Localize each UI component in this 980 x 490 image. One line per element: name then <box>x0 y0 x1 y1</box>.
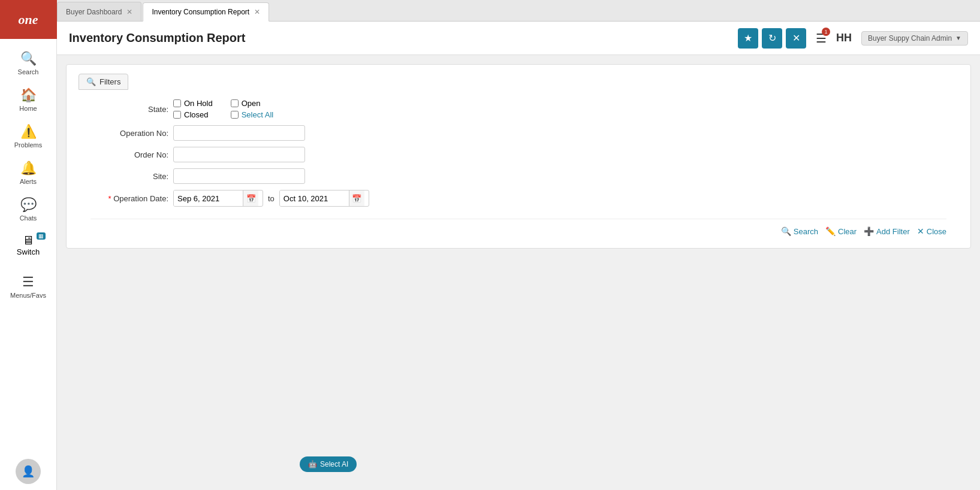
operation-date-row: Operation Date: 📅 to 📅 <box>91 190 946 207</box>
main-area: Buyer Dashboard ✕ Inventory Consumption … <box>57 0 980 490</box>
sidebar-item-search-label: Search <box>18 68 39 75</box>
header-actions: ★ ↻ ✕ ☰ 1 HH Buyer Suppy Chain Admin ▼ <box>738 28 968 49</box>
operation-no-label: Operation No: <box>91 129 168 138</box>
filter-tab[interactable]: 🔍 Filters <box>79 74 128 90</box>
state-row: State: On Hold Closed <box>91 99 946 119</box>
sidebar-item-switch-label: Switch <box>17 247 40 256</box>
open-row: Open <box>231 99 273 108</box>
filter-tab-label: Filters <box>99 77 120 86</box>
switch-icon: 🖥 <box>22 234 34 247</box>
order-no-input[interactable] <box>173 147 305 162</box>
on-hold-label: On Hold <box>184 99 213 108</box>
closed-checkbox[interactable] <box>173 111 181 119</box>
page-title: Inventory Consumption Report <box>69 31 738 45</box>
site-input[interactable] <box>173 168 305 184</box>
sidebar-item-chats-label: Chats <box>20 214 37 222</box>
sidebar-item-alerts[interactable]: 🔔 Alerts <box>0 155 56 191</box>
state-label: State: <box>91 105 168 114</box>
select-all-checkbox[interactable] <box>231 111 239 119</box>
favorite-button[interactable]: ★ <box>738 28 758 49</box>
refresh-icon: ↻ <box>768 32 776 44</box>
date-to-wrapper: 📅 <box>279 190 369 207</box>
user-avatar[interactable]: 👤 <box>16 459 41 484</box>
chat-icon: 💬 <box>20 197 37 213</box>
tab-buyer-dashboard[interactable]: Buyer Dashboard ✕ <box>57 2 141 21</box>
search-action-icon: 🔍 <box>781 226 791 236</box>
calendar-to-icon[interactable]: 📅 <box>349 190 364 206</box>
order-no-label: Order No: <box>91 150 168 159</box>
clear-action-link[interactable]: ✏️ Clear <box>825 226 857 236</box>
site-row: Site: <box>91 168 946 184</box>
add-filter-label: Add Filter <box>876 227 910 236</box>
sidebar-item-alerts-label: Alerts <box>20 178 37 185</box>
sidebar-item-search[interactable]: 🔍 Search <box>0 45 56 81</box>
select-ai-button[interactable]: 🤖 Select AI <box>300 456 357 472</box>
date-from-wrapper: 📅 <box>173 190 263 207</box>
close-report-button[interactable]: ✕ <box>786 28 806 49</box>
sidebar-item-home[interactable]: 🏠 Home <box>0 81 56 118</box>
add-icon: ➕ <box>864 226 874 236</box>
clear-action-label: Clear <box>838 227 857 236</box>
ai-label: Select AI <box>320 460 348 468</box>
close-icon: ✕ <box>792 32 800 44</box>
order-no-row: Order No: <box>91 147 946 162</box>
tab-inventory-report[interactable]: Inventory Consumption Report ✕ <box>143 2 269 22</box>
close-filter-label: Close <box>927 227 946 236</box>
closed-row: Closed <box>173 110 213 119</box>
sidebar-item-problems[interactable]: ⚠️ Problems <box>0 118 56 155</box>
sidebar-item-switch[interactable]: 🖥 ▦ Switch <box>0 228 56 262</box>
site-label: Site: <box>91 172 168 181</box>
close-filter-link[interactable]: ✕ Close <box>917 226 946 236</box>
calendar-from-icon[interactable]: 📅 <box>243 190 258 206</box>
refresh-button[interactable]: ↻ <box>762 28 782 49</box>
menu-badge: 1 <box>822 28 830 36</box>
close-tab-inventory-report[interactable]: ✕ <box>254 8 260 16</box>
content-area: 🔍 Filters State: On Hold <box>57 55 980 490</box>
open-checkbox[interactable] <box>231 99 239 107</box>
user-role-dropdown[interactable]: Buyer Suppy Chain Admin ▼ <box>861 31 968 46</box>
close-tab-buyer-dashboard[interactable]: ✕ <box>126 8 132 16</box>
state-checkboxes: On Hold Closed Open <box>173 99 273 119</box>
sidebar-item-menus-favs[interactable]: ☰ Menus/Favs <box>0 268 56 305</box>
filter-search-icon: 🔍 <box>86 77 96 86</box>
to-label: to <box>268 194 275 203</box>
sidebar: one 🔍 Search 🏠 Home ⚠️ Problems 🔔 Alerts… <box>0 0 57 490</box>
date-from-input[interactable] <box>174 190 243 206</box>
closed-label: Closed <box>184 110 208 119</box>
on-hold-checkbox[interactable] <box>173 99 181 107</box>
ai-icon: 🤖 <box>308 460 317 468</box>
sidebar-item-chats[interactable]: 💬 Chats <box>0 191 56 228</box>
search-action-label: Search <box>794 227 818 236</box>
clear-icon: ✏️ <box>825 226 836 236</box>
select-all-row: Select All <box>231 110 273 119</box>
menu-button[interactable]: ☰ 1 <box>816 31 827 46</box>
app-logo[interactable]: one <box>0 0 57 39</box>
user-initials: HH <box>836 32 852 44</box>
home-icon: 🏠 <box>20 87 37 103</box>
on-hold-row: On Hold <box>173 99 213 108</box>
sidebar-item-home-label: Home <box>19 105 37 112</box>
menu-icon: ☰ <box>22 274 34 290</box>
date-range: 📅 to 📅 <box>173 190 369 207</box>
user-role-text: Buyer Suppy Chain Admin <box>868 34 952 43</box>
sidebar-item-problems-label: Problems <box>14 141 42 149</box>
open-label: Open <box>242 99 261 108</box>
warning-icon: ⚠️ <box>20 124 37 140</box>
filter-actions: 🔍 Search ✏️ Clear ➕ Add Filter ✕ Close <box>91 219 946 236</box>
switch-badge: ▦ <box>37 232 46 240</box>
tab-bar: Buyer Dashboard ✕ Inventory Consumption … <box>57 0 980 22</box>
state-right-checkboxes: Open Select All <box>231 99 273 119</box>
close-filter-icon: ✕ <box>917 226 924 236</box>
date-to-input[interactable] <box>280 190 349 206</box>
filter-form: State: On Hold Closed <box>79 99 958 236</box>
operation-no-input[interactable] <box>173 125 305 141</box>
add-filter-link[interactable]: ➕ Add Filter <box>864 226 910 236</box>
operation-date-label: Operation Date: <box>91 194 168 203</box>
sidebar-bottom: 👤 <box>16 459 41 484</box>
sidebar-item-menus-favs-label: Menus/Favs <box>10 292 46 299</box>
state-left-checkboxes: On Hold Closed <box>173 99 213 119</box>
select-all-link[interactable]: Select All <box>242 110 273 119</box>
operation-no-row: Operation No: <box>91 125 946 141</box>
search-action-link[interactable]: 🔍 Search <box>781 226 818 236</box>
page-header: Inventory Consumption Report ★ ↻ ✕ ☰ 1 H… <box>57 22 980 55</box>
